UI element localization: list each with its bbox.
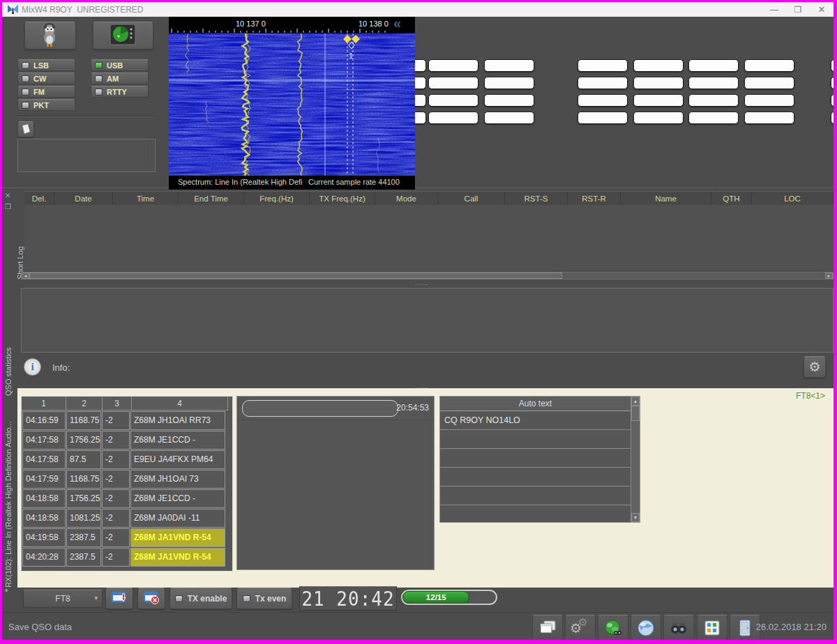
log-sheet-button[interactable] (17, 121, 34, 137)
macro-field[interactable] (744, 112, 794, 124)
macro-field[interactable] (633, 77, 684, 89)
macro-field[interactable] (633, 59, 684, 72)
macro-field[interactable] (688, 59, 739, 72)
scroll-right-icon[interactable]: ▸ (825, 273, 833, 279)
collapse-chevrons-icon[interactable]: « (393, 15, 400, 31)
macro-field[interactable] (744, 59, 794, 72)
rx-channel-tab[interactable]: RX(102): Line In (Realtek High Definitio… (4, 392, 13, 588)
decode-row[interactable]: 04:19:582387.5-2Z68M JA1VND R-54 (22, 528, 232, 547)
auto-text-row[interactable] (440, 468, 631, 486)
tx-even-button[interactable]: Tx even (236, 588, 292, 609)
log-column-call[interactable]: Call (438, 192, 505, 206)
left-list-box[interactable] (17, 139, 156, 172)
waterfall-display[interactable]: 1 (169, 33, 415, 176)
cat-bird-button[interactable] (24, 22, 76, 49)
auto-text-list[interactable]: CQ R9OY NO14LO (440, 411, 631, 505)
decode-row[interactable]: 04:17:591168.75-2Z68M JH1OAI 73 (22, 469, 232, 489)
decode-row[interactable]: 04:16:591168.75-2Z68M JH1OAI RR73 (22, 411, 232, 430)
mode-button-lsb[interactable]: LSB (17, 59, 75, 71)
decode-row[interactable]: 04:17:5887.5-2E9EU JA4FKX PM64 (22, 450, 232, 469)
minimize-button[interactable]: — (762, 2, 786, 17)
decode-row[interactable]: 04:17:581756.25-2Z68M JE1CCD - (22, 430, 232, 450)
log-column-loc[interactable]: LOC (752, 192, 834, 206)
statistics-button[interactable] (697, 615, 727, 641)
tx-enable-button[interactable]: TX enable (169, 588, 232, 609)
log-column-time[interactable]: Time (113, 192, 179, 206)
macro-field[interactable] (484, 59, 534, 72)
dock-pin-icon[interactable]: ❐ (5, 203, 11, 210)
log-column-rst-r[interactable]: RST-R (568, 192, 621, 206)
macro-field[interactable] (831, 112, 837, 124)
decode-row[interactable]: 04:20:282387.5-2Z68M JA1VND R-54 (22, 547, 232, 567)
scroll-up-icon[interactable]: ▲ (631, 397, 640, 406)
mode-button-pkt[interactable]: PKT (17, 99, 75, 111)
qso-statistics-area[interactable] (21, 288, 834, 353)
splitter-handle[interactable]: ...... (415, 280, 428, 286)
decode-row[interactable]: 04:18:581081.25-2Z68M JA0DAI -11 (22, 508, 232, 528)
macro-field[interactable] (484, 77, 534, 89)
log-column-mode[interactable]: Mode (375, 192, 438, 206)
auto-text-row[interactable] (440, 486, 631, 505)
log-column-qth[interactable]: QTH (711, 192, 752, 206)
decode-table-body[interactable]: 04:16:591168.75-2Z68M JH1OAI RR7304:17:5… (22, 411, 232, 567)
restore-button[interactable]: ❐ (786, 2, 810, 17)
macro-field[interactable] (688, 94, 739, 107)
macro-field[interactable] (484, 112, 534, 124)
auto-text-row[interactable] (440, 430, 631, 449)
macro-field[interactable] (428, 77, 478, 89)
ft8-decode-table[interactable]: 1234 04:16:591168.75-2Z68M JH1OAI RR7304… (21, 396, 233, 572)
log-column-date[interactable]: Date (54, 192, 113, 206)
auto-text-scrollbar[interactable]: ▲ ▼ (631, 397, 640, 522)
log-column-del-[interactable]: Del. (24, 192, 54, 206)
macro-field[interactable] (484, 94, 534, 107)
macro-field[interactable] (633, 94, 684, 107)
mode-button-rtty[interactable]: RTTY (91, 86, 149, 98)
mode-button-cw[interactable]: CW (17, 72, 75, 84)
scroll-left-icon[interactable]: ◂ (22, 273, 29, 279)
macro-field[interactable] (428, 112, 478, 124)
mode-button-fm[interactable]: FM (17, 86, 75, 98)
auto-text-scroll-thumb[interactable] (631, 406, 640, 421)
tx-message-input[interactable] (242, 400, 398, 417)
log-column-tx-freq-hz-[interactable]: TX Freq.(Hz) (310, 192, 375, 206)
log-table-body[interactable] (24, 205, 834, 270)
auto-text-row[interactable] (440, 449, 631, 468)
mode-button-usb[interactable]: USB (91, 59, 149, 71)
ft8-tx-panel[interactable]: 20:54:53 (236, 396, 435, 570)
spectrum-panel[interactable]: 10 137 0 10 138 0 « (169, 17, 415, 190)
macro-field[interactable] (428, 59, 478, 72)
scroll-thumb[interactable] (29, 273, 562, 279)
macro-field[interactable] (744, 94, 794, 107)
macro-field[interactable] (831, 59, 837, 72)
auto-text-panel[interactable]: Auto text CQ R9OY NO14LO ▲ ▼ (439, 396, 640, 523)
qso-statistics-tab[interactable]: QSO statistics (4, 319, 13, 396)
mode-button-am[interactable]: AM (91, 72, 149, 84)
log-column-rst-s[interactable]: RST-S (505, 192, 568, 206)
auto-text-row[interactable]: CQ R9OY NO14LO (440, 411, 631, 430)
ft8-tab-label[interactable]: FT8<1> (796, 391, 825, 401)
macro-field[interactable] (578, 94, 628, 107)
frequency-scale[interactable]: 10 137 0 10 138 0 « (169, 17, 415, 33)
settings-button[interactable]: ⚙ ⚙ (565, 615, 596, 641)
settings-gear-button[interactable]: ⚙ (804, 356, 826, 378)
search-callsign-button[interactable] (663, 615, 694, 641)
close-button[interactable]: ✕ (810, 2, 834, 17)
scroll-down-icon[interactable]: ▼ (631, 513, 640, 522)
log-table-header[interactable]: Del.DateTimeEnd TimeFreq.(Hz)TX Freq.(Hz… (24, 191, 834, 206)
macro-field[interactable] (633, 112, 684, 124)
dock-close-icon[interactable]: ✕ (5, 192, 10, 199)
radar-display-button[interactable] (93, 22, 153, 49)
auto-text-header[interactable]: Auto text (440, 397, 631, 411)
log-column-name[interactable]: Name (621, 192, 711, 206)
macro-field[interactable] (688, 77, 739, 89)
macro-field[interactable] (831, 77, 837, 89)
log-column-end-time[interactable]: End Time (179, 192, 244, 206)
macro-field[interactable] (578, 77, 628, 89)
macro-field[interactable] (744, 77, 794, 89)
log-h-scrollbar[interactable]: ◂ ▸ (21, 272, 834, 279)
macro-field[interactable] (578, 112, 628, 124)
digi-mode-select[interactable]: FT8 ▾ (23, 590, 103, 608)
log-column-freq-hz-[interactable]: Freq.(Hz) (244, 192, 310, 206)
save-qso-button[interactable] (105, 588, 133, 609)
macro-field[interactable] (578, 59, 628, 72)
